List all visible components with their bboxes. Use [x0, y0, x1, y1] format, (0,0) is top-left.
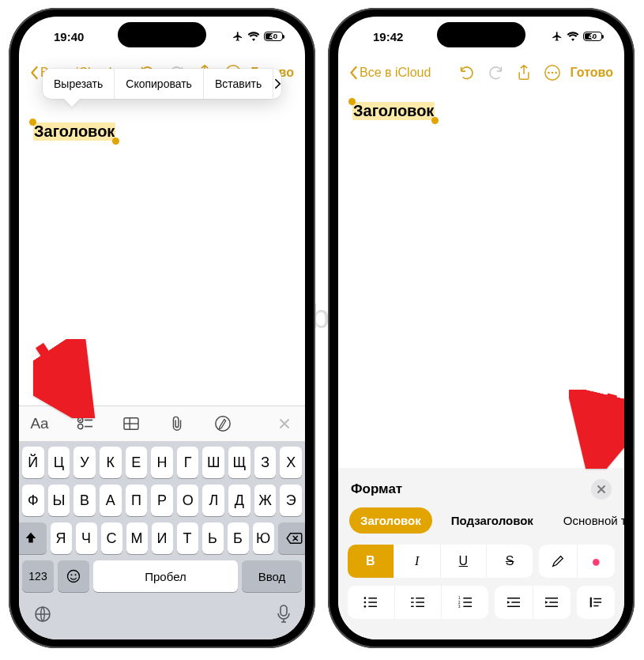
- key-Ш[interactable]: Ш: [202, 447, 224, 478]
- style-subheading[interactable]: Подзаголовок: [440, 507, 544, 534]
- format-style-chips[interactable]: Заголовок Подзаголовок Основной текст: [338, 507, 624, 545]
- keyboard-row-3: ЯЧСМИТЬБЮ: [22, 522, 302, 554]
- nav-bar: Все в iCloud Готово: [338, 56, 624, 89]
- dashed-list-button[interactable]: [395, 586, 443, 619]
- dictation-key[interactable]: [277, 605, 291, 628]
- space-key[interactable]: Пробел: [93, 560, 238, 592]
- indent-button[interactable]: [533, 586, 571, 619]
- numbered-list-button[interactable]: 123: [442, 586, 488, 619]
- svg-text:1: 1: [458, 596, 461, 600]
- key-С[interactable]: С: [101, 522, 122, 554]
- key-Р[interactable]: Р: [151, 485, 173, 516]
- key-В[interactable]: В: [73, 485, 96, 516]
- svg-line-22: [599, 394, 612, 451]
- key-А[interactable]: А: [100, 485, 122, 516]
- key-З[interactable]: З: [254, 447, 277, 478]
- key-Я[interactable]: Я: [51, 522, 72, 554]
- key-Ц[interactable]: Ц: [48, 447, 70, 478]
- markup-button[interactable]: [212, 413, 234, 435]
- annotation-arrow: [569, 390, 624, 469]
- key-Х[interactable]: Х: [280, 447, 302, 478]
- style-heading[interactable]: Заголовок: [349, 507, 432, 534]
- key-И[interactable]: И: [152, 522, 173, 554]
- key-Д[interactable]: Д: [228, 485, 250, 516]
- strikethrough-button[interactable]: S: [487, 545, 533, 578]
- key-Ч[interactable]: Ч: [76, 522, 97, 554]
- key-Ю[interactable]: Ю: [253, 522, 274, 554]
- key-Э[interactable]: Э: [280, 485, 302, 516]
- key-Ф[interactable]: Ф: [22, 485, 44, 516]
- key-П[interactable]: П: [126, 485, 148, 516]
- svg-text:2: 2: [458, 601, 461, 605]
- key-Ь[interactable]: Ь: [202, 522, 224, 554]
- key-Б[interactable]: Б: [228, 522, 249, 554]
- svg-text:3: 3: [458, 605, 461, 609]
- return-key[interactable]: Ввод: [242, 560, 302, 592]
- note-body[interactable]: Заголовок: [338, 89, 624, 133]
- dynamic-island: [437, 22, 525, 47]
- text-style-segment: B I U S: [348, 545, 533, 578]
- outdent-button[interactable]: [495, 586, 533, 619]
- key-Ы[interactable]: Ы: [48, 485, 70, 516]
- heading-text: Заголовок: [353, 102, 434, 119]
- key-Е[interactable]: Е: [126, 447, 148, 478]
- format-title: Формат: [351, 481, 402, 497]
- svg-point-13: [68, 571, 80, 583]
- underline-button[interactable]: U: [441, 545, 488, 578]
- shift-key[interactable]: [19, 522, 47, 554]
- bulleted-list-button[interactable]: [348, 586, 395, 619]
- block-quote-button[interactable]: [577, 586, 615, 619]
- key-Г[interactable]: Г: [177, 447, 199, 478]
- backspace-key[interactable]: [278, 522, 306, 554]
- pencil-icon: [551, 554, 565, 568]
- context-cut[interactable]: Вырезать: [43, 69, 115, 99]
- key-М[interactable]: М: [126, 522, 148, 554]
- key-Л[interactable]: Л: [202, 485, 224, 516]
- selected-heading[interactable]: Заголовок: [352, 102, 435, 120]
- phone-right: 19:42 40 Все в iCloud Готово: [328, 8, 635, 648]
- key-Ж[interactable]: Ж: [254, 485, 277, 516]
- key-К[interactable]: К: [100, 447, 122, 478]
- text-color-button[interactable]: [539, 545, 578, 578]
- keyboard-row-2: ФЫВАПРОЛДЖЭ: [22, 485, 302, 516]
- context-paste[interactable]: Вставить: [204, 69, 273, 99]
- key-О[interactable]: О: [177, 485, 199, 516]
- italic-button[interactable]: I: [394, 545, 441, 578]
- context-more[interactable]: [273, 78, 281, 89]
- close-accessory-button[interactable]: [273, 413, 296, 435]
- emoji-key[interactable]: [58, 560, 89, 592]
- share-button[interactable]: [510, 61, 537, 85]
- keyboard-row-1: ЙЦУКЕНГШЩЗХ: [22, 447, 302, 478]
- svg-point-23: [364, 597, 367, 599]
- selected-heading[interactable]: Заголовок: [33, 123, 115, 141]
- svg-point-21: [555, 72, 557, 74]
- selection-handle-start[interactable]: [348, 98, 356, 105]
- redo-button[interactable]: [482, 61, 509, 85]
- key-Щ[interactable]: Щ: [228, 447, 250, 478]
- done-button[interactable]: Готово: [571, 66, 613, 80]
- undo-button[interactable]: [454, 61, 480, 85]
- key-Н[interactable]: Н: [151, 447, 173, 478]
- numbers-key[interactable]: 123: [22, 560, 54, 592]
- selection-handle-start[interactable]: [29, 119, 36, 126]
- key-У[interactable]: У: [73, 447, 96, 478]
- note-body[interactable]: Заголовок: [19, 110, 305, 153]
- back-button[interactable]: Все в iCloud: [349, 66, 431, 80]
- highlight-color-button[interactable]: ●: [578, 545, 616, 578]
- globe-key[interactable]: [33, 605, 52, 628]
- more-button[interactable]: [539, 61, 566, 85]
- format-close-button[interactable]: [591, 479, 612, 500]
- key-Й[interactable]: Й: [22, 447, 44, 478]
- attachment-button[interactable]: [166, 413, 188, 435]
- selection-handle-end[interactable]: [112, 138, 119, 145]
- bold-button[interactable]: B: [348, 545, 394, 578]
- heading-text: Заголовок: [34, 123, 115, 140]
- selection-handle-end[interactable]: [431, 117, 439, 124]
- context-copy[interactable]: Скопировать: [115, 69, 204, 99]
- wifi-icon: [567, 32, 579, 41]
- style-body[interactable]: Основной текст: [552, 507, 624, 534]
- table-button[interactable]: [120, 413, 142, 435]
- battery-icon: 40: [583, 32, 602, 41]
- format-panel: Формат Заголовок Подзаголовок Основной т…: [338, 468, 624, 639]
- key-Т[interactable]: Т: [177, 522, 198, 554]
